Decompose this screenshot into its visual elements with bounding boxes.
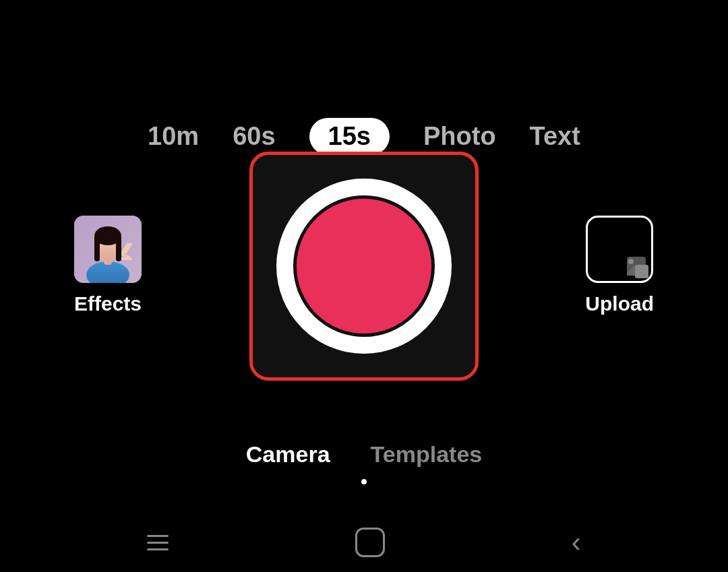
mode-tab-camera[interactable]: Camera xyxy=(246,441,330,468)
indicator-dot xyxy=(361,479,367,484)
nav-bar: ‹ xyxy=(0,526,728,559)
back-icon[interactable]: ‹ xyxy=(572,526,581,559)
svg-rect-11 xyxy=(589,219,650,280)
upload-icon-svg xyxy=(588,218,651,281)
svg-rect-5 xyxy=(94,236,100,261)
upload-button[interactable]: Upload xyxy=(585,216,654,315)
svg-point-13 xyxy=(628,259,634,264)
capture-area xyxy=(249,152,479,381)
duration-tabs: 10m 60s 15s Photo Text xyxy=(0,118,728,155)
mode-indicator xyxy=(361,479,367,484)
effects-thumbnail xyxy=(74,216,142,283)
duration-tab-text[interactable]: Text xyxy=(530,122,580,151)
effects-button[interactable]: Effects xyxy=(74,216,142,315)
duration-tab-60s[interactable]: 60s xyxy=(233,122,275,151)
upload-label: Upload xyxy=(585,292,654,315)
duration-tab-photo[interactable]: Photo xyxy=(423,122,496,151)
effects-thumbnail-svg xyxy=(74,216,142,283)
effects-label: Effects xyxy=(74,292,142,315)
record-button-inner xyxy=(293,195,435,337)
mode-tabs: Camera Templates xyxy=(0,441,728,468)
home-icon[interactable] xyxy=(355,528,385,557)
menu-icon[interactable] xyxy=(147,535,169,550)
record-button[interactable] xyxy=(276,179,452,354)
upload-icon xyxy=(586,216,653,283)
duration-tab-15s[interactable]: 15s xyxy=(309,118,390,155)
duration-tab-10m[interactable]: 10m xyxy=(148,122,199,151)
svg-rect-6 xyxy=(116,236,121,261)
mode-tab-templates[interactable]: Templates xyxy=(371,441,483,468)
